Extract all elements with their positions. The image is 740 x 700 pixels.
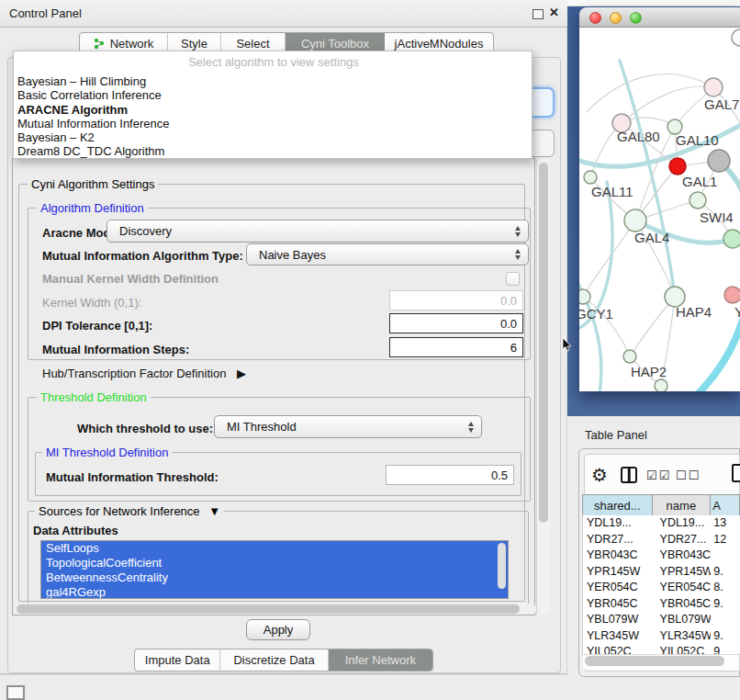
table-body: YDL19...YDL19...13YDR27...YDR27...12YBR0… (582, 515, 740, 654)
chevron-right-icon: ▶ (237, 367, 246, 380)
stepper-arrows-icon (515, 226, 521, 237)
mouse-cursor (562, 338, 572, 352)
table-row[interactable]: YBR043CYBR043C (583, 548, 740, 564)
sources-legend[interactable]: Sources for Network Inference ▼ (35, 504, 224, 518)
network-node[interactable] (655, 379, 667, 391)
network-node[interactable] (708, 150, 730, 172)
mi-steps-field[interactable]: 6 (389, 337, 523, 357)
network-node[interactable] (624, 209, 646, 231)
hub-definition-toggle[interactable]: Hub/Transcription Factor Definition ▶ (42, 367, 246, 380)
close-icon[interactable]: ✕ (549, 6, 559, 19)
manual-kernel-label: Manual Kernel Width Definition (42, 272, 219, 286)
combobox-value: MI Threshold (227, 420, 297, 434)
aracne-mode-combobox[interactable]: Discovery (107, 220, 529, 243)
node-label: GAL4 (634, 230, 669, 245)
network-icon (94, 38, 106, 50)
mi-threshold-label: Mutual Information Threshold: (46, 470, 219, 484)
mi-threshold-field[interactable]: 0.5 (386, 465, 514, 485)
network-node[interactable] (579, 289, 590, 304)
tab-label: Network (110, 37, 154, 51)
table-row[interactable]: YDR27...YDR27...12 (583, 532, 740, 548)
network-edge (579, 268, 601, 391)
select-all-checkboxes-icon[interactable]: ☑☑ (646, 469, 671, 482)
algorithm-option[interactable]: Dream8 DC_TDC Algorithm (14, 144, 533, 158)
node-label: GCY1 (579, 306, 613, 322)
algorithm-option[interactable]: ARACNE Algorithm (14, 103, 533, 117)
algorithm-popup-prompt: Select algorithm to view settings (14, 55, 533, 69)
table-row[interactable]: YER054CYER054C8. (583, 580, 740, 596)
dpi-tolerance-field[interactable]: 0.0 (389, 313, 523, 333)
columns-icon[interactable] (621, 467, 637, 483)
tab-label: Style (181, 37, 207, 51)
deselect-all-checkboxes-icon[interactable]: ☐☐ (676, 469, 701, 482)
table-cell: YDR27... (653, 532, 712, 548)
mi-type-combobox[interactable]: Naive Bayes (246, 243, 529, 265)
algorithm-option[interactable]: Basic Correlation Inference (14, 88, 533, 102)
kernel-width-field[interactable]: 0.0 (389, 290, 523, 310)
table-cell (711, 548, 740, 564)
tab-label: Impute Data (145, 653, 210, 667)
table-cell: YBR045C (583, 596, 653, 613)
combobox-value: Naive Bayes (259, 248, 326, 262)
table-row[interactable]: YLR345WYLR345W9. (583, 628, 740, 645)
attribute-item[interactable]: gal4RGexp (41, 585, 508, 599)
table-cell: YBL079W (583, 612, 653, 628)
panel-bottom-edge (0, 673, 567, 675)
tab-label: Select (236, 37, 269, 51)
table-cell: YDL19... (653, 515, 712, 532)
tab-impute-data[interactable]: Impute Data (135, 649, 220, 671)
zoom-traffic-light[interactable] (630, 12, 642, 24)
column-header[interactable]: shared... (583, 495, 653, 516)
table-row[interactable]: YBL079WYBL079W (583, 612, 740, 628)
algorithm-option[interactable]: Bayesian – Hill Climbing (14, 74, 533, 88)
minimize-traffic-light[interactable] (610, 12, 622, 24)
close-traffic-light[interactable] (589, 12, 601, 24)
table-cell: YER054C (583, 580, 653, 596)
attributes-scrollbar-thumb[interactable] (498, 543, 506, 589)
network-node[interactable] (690, 192, 706, 209)
attribute-item[interactable]: BetweennessCentrality (41, 570, 508, 585)
table-row[interactable]: YDL19...YDL19...13 (583, 515, 740, 532)
gear-icon[interactable]: ⚙ (591, 464, 608, 486)
column-header[interactable]: A (711, 495, 740, 516)
network-node[interactable] (704, 78, 723, 96)
dock-panel-icon[interactable] (6, 685, 25, 700)
column-header[interactable]: name (653, 495, 712, 516)
network-node[interactable] (584, 171, 597, 184)
network-node[interactable] (723, 230, 740, 248)
table-cell: YLR345W (583, 628, 653, 645)
settings-horizontal-scrollbar-thumb[interactable] (17, 604, 520, 614)
table-row[interactable]: YIL052CYIL052C9 (583, 644, 740, 654)
settings-vertical-scrollbar-thumb[interactable] (539, 163, 548, 523)
threshold-definition-legend: Threshold Definition (37, 390, 151, 404)
chevron-down-icon: ▼ (208, 504, 220, 518)
attribute-item[interactable]: SelfLoops (41, 541, 508, 556)
control-panel-titlebar: Control Panel (0, 0, 567, 28)
network-node[interactable] (623, 350, 636, 363)
mi-type-label: Mutual Information Algorithm Type: (42, 249, 243, 263)
algorithm-option[interactable]: Bayesian – K2 (14, 130, 533, 144)
algorithm-option[interactable]: Mutual Information Inference (14, 117, 533, 130)
document-icon[interactable] (732, 464, 740, 482)
network-window-titlebar[interactable] (579, 7, 740, 28)
manual-kernel-checkbox[interactable] (506, 272, 520, 286)
float-window-icon[interactable] (533, 9, 544, 19)
table-row[interactable]: YBR045CYBR045C9. (583, 596, 740, 613)
table-panel-title: Table Panel (585, 428, 647, 442)
tab-discretize-data[interactable]: Discretize Data (220, 649, 328, 671)
table-horizontal-scrollbar-thumb[interactable] (585, 656, 724, 666)
network-node[interactable] (732, 29, 740, 46)
which-threshold-combobox[interactable]: MI Threshold (214, 415, 482, 438)
table-cell: YER054C (653, 580, 712, 596)
table-row[interactable]: YPR145WYPR145W9. (583, 564, 740, 581)
attribute-item[interactable]: TopologicalCoefficient (41, 556, 508, 570)
network-canvas[interactable]: GAL7GAL80GAL10GAL1GAL11SWI4GAL4GCY1HAP4Y… (579, 28, 740, 391)
table-cell: 9 (711, 644, 740, 654)
network-node[interactable] (724, 287, 740, 303)
mi-threshold-legend: MI Threshold Definition (42, 446, 172, 459)
data-attributes-list[interactable]: SelfLoopsTopologicalCoefficientBetweenne… (40, 540, 509, 599)
apply-button[interactable]: Apply (246, 619, 310, 640)
network-node[interactable] (669, 158, 686, 175)
algorithm-popup: Select algorithm to view settings Bayesi… (13, 51, 533, 159)
tab-infer-network[interactable]: Infer Network (329, 649, 432, 671)
